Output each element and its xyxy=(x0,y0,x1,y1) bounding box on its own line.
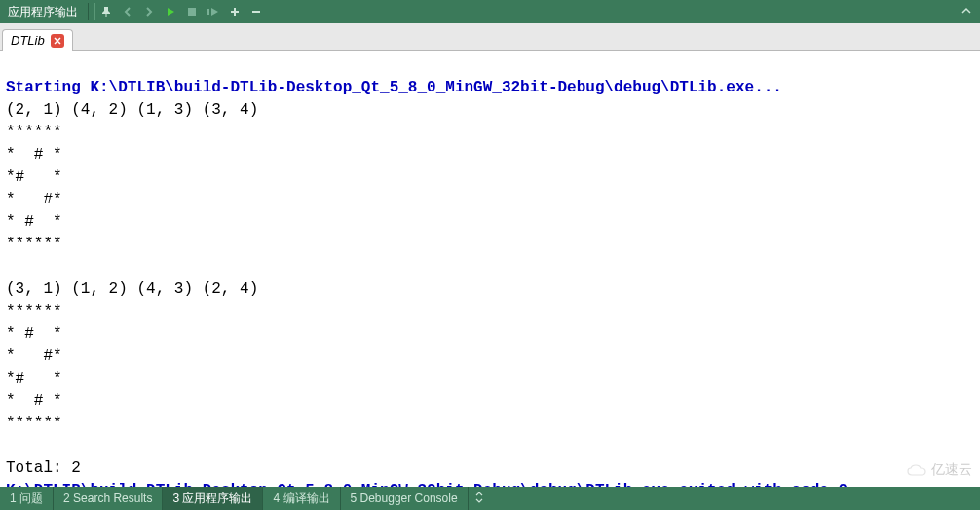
stop-icon[interactable] xyxy=(185,5,199,18)
toolbar xyxy=(99,5,263,18)
sort-icon[interactable] xyxy=(469,492,490,506)
collapse-icon[interactable] xyxy=(961,5,972,19)
pin-icon[interactable] xyxy=(99,5,113,18)
footer-tab-issues[interactable]: 1 问题 xyxy=(0,487,54,510)
footer-label: 应用程序输出 xyxy=(182,491,252,507)
start-line: Starting K:\DTLIB\build-DTLib-Desktop_Qt… xyxy=(6,79,782,96)
footer-num: 2 xyxy=(63,492,70,505)
next-icon[interactable] xyxy=(142,5,156,18)
footer-num: 5 xyxy=(351,492,358,505)
prev-icon[interactable] xyxy=(121,5,134,18)
tab-bar: DTLib xyxy=(0,23,980,51)
console-body: (2, 1) (4, 2) (1, 3) (3, 4) ****** * # *… xyxy=(6,101,258,477)
header-toolbar: 应用程序输出 xyxy=(0,0,980,23)
footer-label: 编译输出 xyxy=(283,491,330,507)
step-icon[interactable] xyxy=(207,5,220,18)
watermark: 亿速云 xyxy=(906,458,972,481)
plus-icon[interactable] xyxy=(228,5,242,18)
minus-icon[interactable] xyxy=(249,5,263,18)
footer-tab-debugger[interactable]: 5 Debugger Console xyxy=(341,487,469,510)
footer-bar: 1 问题 2 Search Results 3 应用程序输出 4 编译输出 5 … xyxy=(0,487,980,510)
run-icon[interactable] xyxy=(164,5,177,18)
footer-tab-compile[interactable]: 4 编译输出 xyxy=(263,487,340,510)
footer-num: 4 xyxy=(273,492,280,505)
svg-rect-1 xyxy=(207,9,209,15)
svg-rect-0 xyxy=(188,8,196,16)
tab-dtlib[interactable]: DTLib xyxy=(2,29,73,51)
footer-num: 1 xyxy=(10,492,17,505)
divider xyxy=(88,3,89,20)
exit-line: K:\DTLIB\build-DTLib-Desktop_Qt_5_8_0_Mi… xyxy=(6,482,848,487)
panel-title: 应用程序输出 xyxy=(4,4,82,20)
footer-label: Search Results xyxy=(73,492,152,505)
close-icon[interactable] xyxy=(51,34,64,48)
footer-tab-search[interactable]: 2 Search Results xyxy=(54,487,163,510)
tab-label: DTLib xyxy=(11,33,45,48)
divider xyxy=(94,3,95,20)
footer-label: Debugger Console xyxy=(360,492,458,505)
watermark-text: 亿速云 xyxy=(931,458,972,481)
footer-num: 3 xyxy=(172,492,179,505)
console-output[interactable]: Starting K:\DTLIB\build-DTLib-Desktop_Qt… xyxy=(0,51,980,487)
footer-tab-output[interactable]: 3 应用程序输出 xyxy=(163,487,263,510)
svg-rect-2 xyxy=(252,11,260,13)
footer-label: 问题 xyxy=(19,491,43,507)
